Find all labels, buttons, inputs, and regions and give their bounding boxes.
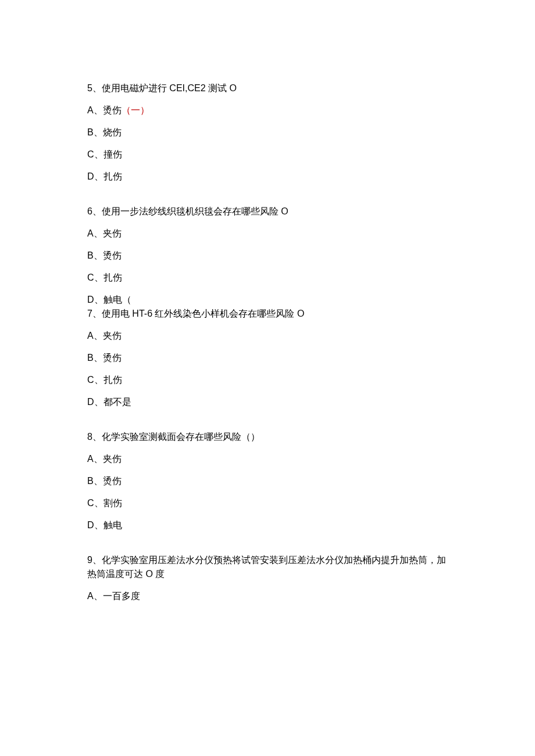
option-a: A、夹伤 [87,227,448,241]
option-label: C、 [87,498,104,508]
option-a: A、夹伤 [87,329,448,343]
question-6: 6、使用一步法纱线织毯机织毯会存在哪些风险 О A、夹伤 B、烫伤 C、扎伤 D… [87,205,448,307]
option-label: D、 [87,295,104,304]
option-text: 割伤 [104,498,122,508]
option-text: 烫伤 [103,250,122,260]
option-a: A、一百多度 [87,589,448,603]
option-label: B、 [87,476,103,486]
option-text: 扎伤 [104,171,122,181]
question-body: 使用一步法纱线织毯机织毯会存在哪些风险 О [102,206,288,216]
option-b: B、烫伤 [87,351,448,365]
option-text: 扎伤 [104,375,122,385]
option-text: 烧伤 [103,127,122,137]
option-text: 烫伤 [103,476,122,486]
option-text: 扎伤 [104,273,122,282]
option-c: C、割伤 [87,496,448,510]
option-d: D、触电 [87,518,448,532]
document-page: 5、使用电磁炉进行 CEI,CE2 测试 О A、烫伤（一） B、烧伤 C、撞伤… [0,0,535,671]
option-text: 撞伤 [104,149,122,159]
option-label: A、 [87,331,103,341]
option-text: 都不是 [104,397,131,407]
question-number: 6、 [87,206,102,216]
option-text: 一百多度 [103,591,140,601]
option-label: C、 [87,273,104,282]
option-label: B、 [87,353,103,363]
option-label: D、 [87,397,104,407]
option-text: 夹伤 [103,228,122,238]
option-d: D、触电（ [87,293,448,307]
question-body: 化学实验室用压差法水分仪预热将试管安装到压差法水分仪加热桶内提升加热筒，加热筒温… [87,555,446,579]
option-b: B、烫伤 [87,249,448,263]
option-d: D、都不是 [87,395,448,409]
question-9: 9、化学实验室用压差法水分仪预热将试管安装到压差法水分仪加热桶内提升加热筒，加热… [87,553,448,603]
option-a: A、夹伤 [87,452,448,466]
option-b: B、烧伤 [87,126,448,139]
option-text: 烫伤 [103,353,122,363]
option-label: A、 [87,454,103,464]
option-text: 触电（ [104,295,131,304]
option-c: C、扎伤 [87,373,448,387]
option-d: D、扎伤 [87,170,448,184]
question-8: 8、化学实验室测截面会存在哪些风险（） A、夹伤 B、烫伤 C、割伤 D、触电 [87,430,448,532]
option-label: A、 [87,105,103,115]
option-label: B、 [87,127,103,137]
option-label: D、 [87,520,104,530]
question-body: 使用电磁炉进行 CEI,CE2 测试 О [102,83,237,93]
option-text: 烫伤 [103,105,122,115]
question-body: 使用电 HT-6 红外线染色小样机会存在哪些风险 О [102,309,304,318]
question-body: 化学实验室测截面会存在哪些风险（） [102,432,260,442]
question-7: 7、使用电 HT-6 红外线染色小样机会存在哪些风险 О A、夹伤 B、烫伤 C… [87,307,448,409]
question-5: 5、使用电磁炉进行 CEI,CE2 测试 О A、烫伤（一） B、烧伤 C、撞伤… [87,81,448,184]
question-number: 5、 [87,83,102,93]
option-label: B、 [87,250,103,260]
option-label: C、 [87,149,104,159]
question-text: 9、化学实验室用压差法水分仪预热将试管安装到压差法水分仪加热桶内提升加热筒，加热… [87,553,448,581]
option-c: C、撞伤 [87,148,448,162]
option-label: D、 [87,171,104,181]
option-label: A、 [87,591,103,601]
question-number: 8、 [87,432,102,442]
question-text: 6、使用一步法纱线织毯机织毯会存在哪些风险 О [87,205,448,218]
question-text: 5、使用电磁炉进行 CEI,CE2 测试 О [87,81,448,95]
option-label: A、 [87,228,103,238]
option-c: C、扎伤 [87,271,448,285]
answer-mark: （一） [122,105,149,115]
option-text: 夹伤 [103,454,122,464]
question-text: 7、使用电 HT-6 红外线染色小样机会存在哪些风险 О [87,307,448,321]
option-b: B、烫伤 [87,474,448,488]
option-label: C、 [87,375,104,385]
option-text: 触电 [104,520,122,530]
question-number: 9、 [87,555,102,565]
option-text: 夹伤 [103,331,122,341]
option-a: A、烫伤（一） [87,103,448,117]
question-number: 7、 [87,309,102,318]
question-text: 8、化学实验室测截面会存在哪些风险（） [87,430,448,444]
